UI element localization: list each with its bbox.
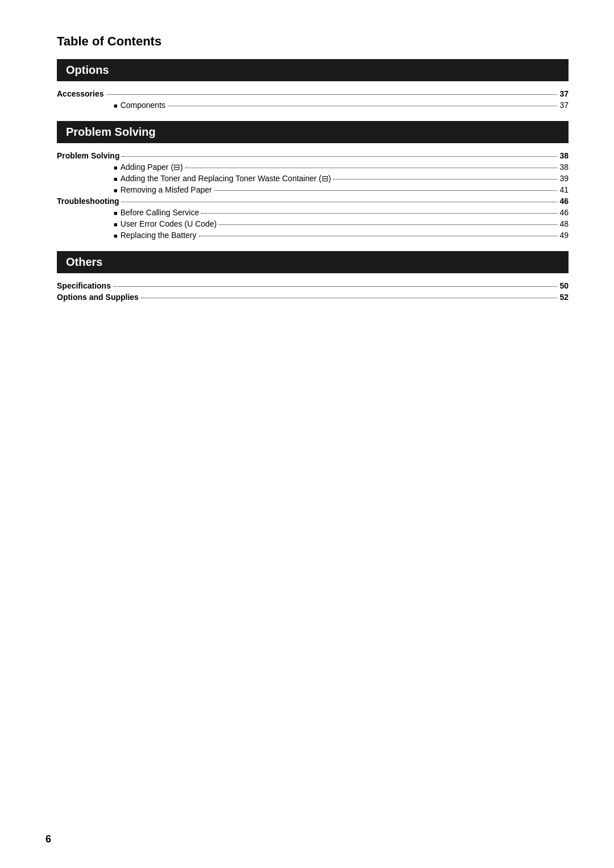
toc-entry-accessories: Accessories37 <box>57 89 569 98</box>
bullet-icon: ■ <box>114 232 118 239</box>
toc-entry-user-error-codes: ■User Error Codes (U Code)48 <box>57 219 569 228</box>
toc-label-user-error-codes: ■User Error Codes (U Code) <box>114 219 217 228</box>
toc-entry-removing-misfed: ■Removing a Misfed Paper41 <box>57 185 569 194</box>
toc-entry-problem-solving-entry: Problem Solving38 <box>57 151 569 160</box>
toc-label-adding-toner: ■Adding the Toner and Replacing Toner Wa… <box>114 174 331 183</box>
toc-entry-adding-paper: ■Adding Paper (⊟)38 <box>57 162 569 172</box>
section-header-options: Options <box>57 59 569 81</box>
bullet-icon: ■ <box>114 176 118 182</box>
toc-page-before-calling: 46 <box>559 208 569 217</box>
toc-page-user-error-codes: 48 <box>559 219 569 228</box>
toc-page-options-supplies: 52 <box>559 293 569 302</box>
toc-dots-before-calling <box>201 213 557 214</box>
section-others: OthersSpecifications50Options and Suppli… <box>57 251 569 302</box>
toc-dots-specifications <box>113 286 558 287</box>
toc-dots-components <box>168 106 557 106</box>
toc-page-adding-paper: 38 <box>559 162 569 172</box>
toc-label-problem-solving-entry: Problem Solving <box>57 151 119 160</box>
bullet-icon: ■ <box>114 221 118 228</box>
toc-page-accessories: 37 <box>559 89 569 98</box>
toc-page-problem-solving-entry: 38 <box>559 151 569 160</box>
bullet-icon: ■ <box>114 187 118 194</box>
page-title: Table of Contents <box>57 34 569 49</box>
toc-label-troubleshooting: Troubleshooting <box>57 197 119 206</box>
toc-container: OptionsAccessories37■Components37Problem… <box>57 59 569 302</box>
toc-label-removing-misfed: ■Removing a Misfed Paper <box>114 185 212 194</box>
toc-page-specifications: 50 <box>559 281 569 290</box>
toc-entry-replacing-battery: ■Replacing the Battery49 <box>57 231 569 240</box>
toc-label-specifications: Specifications <box>57 281 111 290</box>
section-header-others: Others <box>57 251 569 273</box>
toc-entry-adding-toner: ■Adding the Toner and Replacing Toner Wa… <box>57 174 569 183</box>
toc-dots-user-error-codes <box>219 224 557 225</box>
bullet-icon: ■ <box>114 102 118 109</box>
toc-label-components: ■Components <box>114 101 165 110</box>
toc-page-replacing-battery: 49 <box>559 231 569 240</box>
toc-entry-options-supplies: Options and Supplies52 <box>57 293 569 302</box>
toc-label-before-calling: ■Before Calling Service <box>114 208 199 217</box>
toc-entry-specifications: Specifications50 <box>57 281 569 290</box>
toc-dots-options-supplies <box>141 298 558 298</box>
bullet-icon: ■ <box>114 210 118 216</box>
toc-page-removing-misfed: 41 <box>559 185 569 194</box>
section-options: OptionsAccessories37■Components37 <box>57 59 569 110</box>
toc-dots-troubleshooting <box>122 202 558 202</box>
toc-page-adding-toner: 39 <box>559 174 569 183</box>
toc-dots-accessories <box>106 94 558 95</box>
toc-label-adding-paper: ■Adding Paper (⊟) <box>114 162 183 172</box>
bullet-icon: ■ <box>114 164 118 171</box>
toc-page-troubleshooting: 46 <box>559 197 569 206</box>
section-header-problem-solving: Problem Solving <box>57 121 569 143</box>
toc-entry-before-calling: ■Before Calling Service46 <box>57 208 569 217</box>
toc-label-accessories: Accessories <box>57 89 104 98</box>
toc-label-replacing-battery: ■Replacing the Battery <box>114 231 197 240</box>
toc-entry-troubleshooting: Troubleshooting46 <box>57 197 569 206</box>
toc-entry-components: ■Components37 <box>57 101 569 110</box>
toc-dots-problem-solving-entry <box>122 156 557 157</box>
section-problem-solving: Problem SolvingProblem Solving38■Adding … <box>57 121 569 240</box>
toc-page-components: 37 <box>559 101 569 110</box>
page-number: 6 <box>45 833 51 845</box>
toc-dots-replacing-battery <box>199 236 558 236</box>
toc-dots-removing-misfed <box>214 190 558 191</box>
toc-label-options-supplies: Options and Supplies <box>57 293 139 302</box>
toc-dots-adding-paper <box>185 168 558 168</box>
toc-dots-adding-toner <box>333 179 557 180</box>
